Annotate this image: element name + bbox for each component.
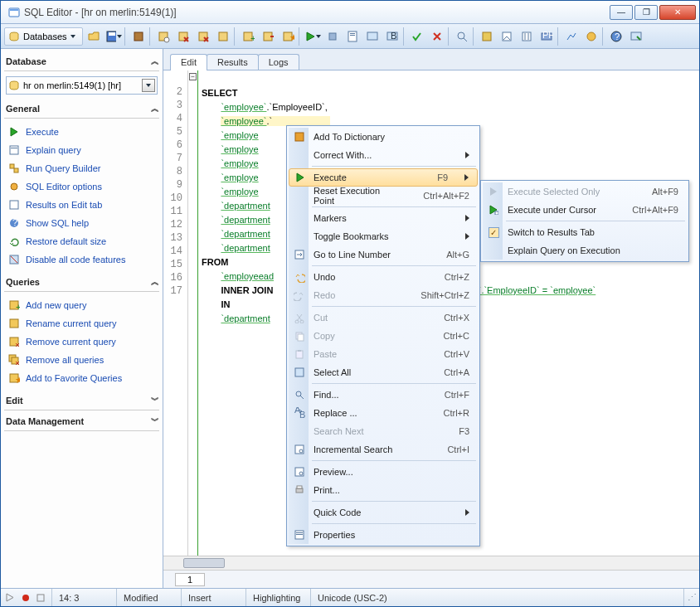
tb-icon-11[interactable]: B [383, 27, 401, 46]
sidebar-remove-all[interactable]: Remove all queries [6, 352, 158, 368]
tb-icon-5[interactable] [214, 27, 232, 46]
section-edit[interactable]: Edit︾ [4, 391, 159, 410]
tb-icon-15[interactable] [562, 27, 581, 46]
menu-item[interactable]: Incremental SearchCtrl+I [289, 440, 478, 459]
php-icon[interactable]: PHP [537, 27, 556, 46]
menu-item[interactable]: CutCtrl+X [289, 308, 478, 327]
save-icon[interactable] [105, 27, 123, 46]
page-tab-1[interactable]: 1 [175, 573, 205, 586]
open-icon[interactable] [85, 27, 103, 46]
play-status-icon[interactable] [6, 593, 15, 602]
close-button[interactable]: ✕ [659, 5, 696, 20]
record-icon[interactable] [22, 594, 30, 602]
app-window: SQL Editor - [hr on merlin:5149(1)] — ❐ … [0, 0, 700, 607]
help-icon[interactable]: ? [607, 27, 625, 46]
fold-box-icon[interactable]: − [189, 73, 197, 80]
remove-all-icon [7, 353, 21, 367]
menu-item[interactable]: ✓Switch to Results Tab [483, 223, 687, 241]
sidebar-restore-size[interactable]: Restore default size [6, 233, 158, 250]
tb-icon-12[interactable] [478, 27, 496, 46]
menu-item[interactable]: Quick Code [289, 503, 478, 522]
submenu-arrow-icon [464, 174, 469, 181]
menu-item[interactable]: Toggle Bookmarks [289, 227, 478, 245]
menu-item[interactable]: UndoCtrl+Z [289, 268, 478, 286]
sidebar-disable-features[interactable]: Disable all code features [6, 251, 158, 268]
stop-icon[interactable] [323, 27, 342, 46]
tb-icon-10[interactable] [363, 27, 382, 46]
menu-item[interactable]: Go to Line NumberAlt+G [289, 245, 478, 264]
fold-gutter[interactable]: − [188, 70, 198, 556]
sidebar-execute[interactable]: Execute [6, 124, 158, 140]
app-icon [7, 6, 21, 19]
tb-icon-3[interactable] [174, 27, 192, 46]
minimize-button[interactable]: — [610, 5, 633, 20]
menu-item[interactable]: ExecuteF9 [289, 168, 478, 187]
menu-item[interactable]: Preview... [289, 463, 478, 481]
dropdown-icon[interactable] [142, 79, 155, 92]
menu-item[interactable]: Properties [289, 526, 478, 544]
execute-icon[interactable] [304, 27, 322, 46]
disable-icon [7, 253, 21, 266]
menu-item[interactable]: Execute Selected OnlyAlt+F9 [483, 182, 687, 201]
svg-point-38 [11, 183, 17, 190]
rollback-icon[interactable] [428, 27, 446, 46]
status-modified: Modified [117, 589, 182, 606]
tb-icon-6[interactable]: + [239, 27, 257, 46]
resize-grip[interactable]: ⋰ [684, 592, 699, 603]
menu-item[interactable]: RedoShift+Ctrl+Z [289, 286, 478, 304]
tb-icon-17[interactable] [627, 27, 645, 46]
section-general[interactable]: General︽ [4, 100, 159, 119]
tb-icon-8[interactable]: ★ [279, 27, 297, 46]
tab-logs[interactable]: Logs [258, 54, 299, 70]
menu-item[interactable]: Search NextF3 [289, 422, 478, 440]
find-icon[interactable] [453, 27, 471, 46]
svg-text:B: B [391, 31, 396, 41]
svg-rect-35 [11, 148, 17, 148]
explain-icon [7, 143, 21, 157]
sidebar-sql-help[interactable]: ?Show SQL help [6, 215, 158, 231]
sidebar-results-edit[interactable]: Results on Edit tab [6, 197, 158, 213]
commit-icon[interactable] [408, 27, 426, 46]
maximize-button[interactable]: ❐ [634, 5, 658, 20]
menu-item[interactable]: Correct With... [289, 146, 478, 164]
menu-item[interactable]: Execute under CursorCtrl+Alt+F9 [483, 201, 687, 219]
section-queries[interactable]: Queries︽ [4, 273, 159, 292]
menu-item[interactable]: Add To Dictionary [289, 128, 478, 146]
tb-icon-7[interactable] [259, 27, 277, 46]
section-database[interactable]: Database︽ [4, 52, 159, 71]
tb-icon-2[interactable] [154, 27, 173, 46]
sidebar-add-favorite[interactable]: ★Add to Favorite Queries [6, 370, 158, 386]
tb-icon-4[interactable] [194, 27, 212, 46]
sidebar-options[interactable]: SQL Editor options [6, 178, 158, 195]
sidebar-rename-query[interactable]: Rename current query [6, 315, 158, 332]
menu-item[interactable]: Print... [289, 481, 478, 499]
svg-text:★: ★ [15, 375, 20, 384]
menu-item[interactable]: PasteCtrl+V [289, 345, 478, 363]
tb-icon-16[interactable] [582, 27, 600, 46]
menu-item[interactable]: Find...Ctrl+F [289, 386, 478, 404]
sidebar-add-query[interactable]: +Add new query [6, 297, 158, 313]
section-data-mgmt[interactable]: Data Management︾ [4, 412, 159, 431]
sidebar-query-builder[interactable]: Run Query Builder [6, 160, 158, 177]
horizontal-scrollbar[interactable] [163, 556, 699, 570]
goto-icon [293, 248, 306, 261]
tab-edit[interactable]: Edit [170, 54, 207, 70]
menu-item[interactable]: Reset Execution PointCtrl+Alt+F2 [289, 187, 478, 205]
menu-item[interactable]: CopyCtrl+C [289, 327, 478, 345]
menu-item[interactable]: ABReplace ...Ctrl+R [289, 404, 478, 422]
menu-item[interactable]: Select AllCtrl+A [289, 363, 478, 381]
tb-icon-13[interactable] [498, 27, 516, 46]
sidebar-explain[interactable]: Explain query [6, 142, 158, 158]
tb-icon-1[interactable] [129, 27, 148, 46]
menu-item[interactable]: Markers [289, 209, 478, 227]
tab-results[interactable]: Results [207, 54, 259, 70]
menu-item[interactable]: Explain Query on Execution [483, 241, 687, 260]
databases-dropdown[interactable]: Databases [4, 27, 83, 46]
tb-icon-9[interactable] [343, 27, 362, 46]
help-icon: ? [7, 216, 21, 230]
svg-rect-19 [350, 35, 355, 36]
sidebar-remove-query[interactable]: Remove current query [6, 333, 158, 350]
tb-icon-14[interactable] [518, 27, 536, 46]
database-select[interactable]: hr on merlin:5149(1) [hr] [6, 76, 158, 95]
stop-status-icon[interactable] [36, 594, 45, 602]
